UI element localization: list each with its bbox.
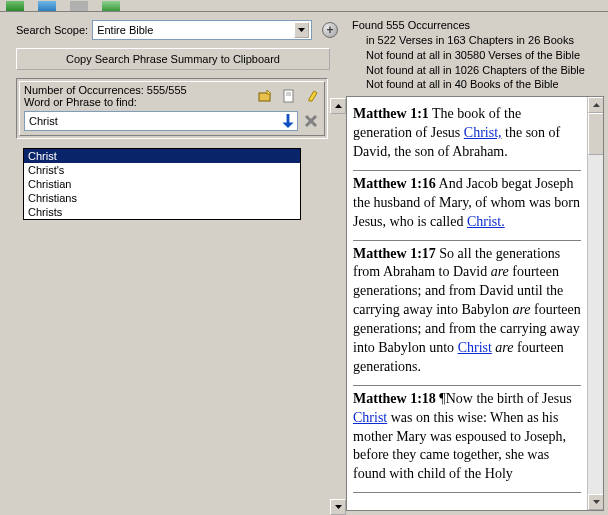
scope-label: Search Scope:: [16, 24, 88, 36]
autocomplete-item[interactable]: Christ's: [24, 163, 300, 177]
scroll-down-button[interactable]: [588, 494, 604, 510]
scroll-up-button[interactable]: [330, 98, 346, 114]
search-value: Christ: [29, 115, 58, 127]
highlighter-icon[interactable]: [306, 89, 320, 103]
autocomplete-item[interactable]: Christian: [24, 177, 300, 191]
autocomplete-list[interactable]: ChristChrist'sChristianChristiansChrists: [23, 148, 301, 220]
toolbar-fragment: [0, 0, 608, 12]
find-label: Word or Phrase to find:: [24, 96, 187, 108]
stats-found: Found 555 Occurrences: [352, 18, 602, 33]
svg-marker-8: [282, 122, 293, 128]
chevron-down-icon[interactable]: [294, 22, 309, 38]
stats-not-verses: Not found at all in 30580 Verses of the …: [352, 48, 602, 63]
results-scrollbar[interactable]: [587, 97, 603, 510]
stats-not-books: Not found at all in 40 Books of the Bibl…: [352, 77, 602, 92]
svg-marker-14: [593, 500, 600, 504]
svg-marker-13: [593, 103, 600, 107]
autocomplete-item[interactable]: Christians: [24, 191, 300, 205]
svg-marker-2: [267, 90, 271, 94]
scope-select[interactable]: Entire Bible: [92, 20, 312, 40]
left-scrollbar[interactable]: [330, 98, 346, 515]
results-panel: Matthew 1:1 The book of the generation o…: [346, 96, 604, 511]
svg-rect-3: [284, 90, 293, 102]
document-icon[interactable]: [282, 89, 296, 103]
copy-summary-button[interactable]: Copy Search Phrase Summary to Clipboard: [16, 48, 330, 70]
toolbar-icon[interactable]: [38, 1, 56, 11]
toolbar-icon[interactable]: [70, 1, 88, 11]
svg-marker-12: [335, 505, 342, 509]
toolbar-icon[interactable]: [102, 1, 120, 11]
verse-result[interactable]: Matthew 1:16 And Jacob begat Joseph the …: [353, 171, 581, 241]
svg-marker-0: [298, 28, 305, 32]
verse-result[interactable]: Matthew 1:18 ¶Now the birth of Jesus Chr…: [353, 386, 581, 493]
verse-result[interactable]: Matthew 1:1 The book of the generation o…: [353, 101, 581, 171]
svg-marker-11: [335, 104, 342, 108]
autocomplete-item[interactable]: Christ: [24, 149, 300, 163]
search-statistics: Found 555 Occurrences in 522 Verses in 1…: [346, 12, 608, 96]
add-scope-button[interactable]: +: [322, 22, 338, 38]
verse-result[interactable]: Matthew 1:17 So all the generations from…: [353, 241, 581, 386]
scroll-up-button[interactable]: [588, 97, 604, 113]
stats-not-chapters: Not found at all in 1026 Chapters of the…: [352, 63, 602, 78]
scroll-thumb[interactable]: [588, 113, 604, 155]
scroll-down-button[interactable]: [330, 499, 346, 515]
autocomplete-item[interactable]: Christs: [24, 205, 300, 219]
clear-search-button[interactable]: [302, 112, 320, 130]
stats-verses: in 522 Verses in 163 Chapters in 26 Book…: [352, 33, 602, 48]
svg-marker-6: [309, 91, 317, 101]
scope-value: Entire Bible: [97, 24, 153, 36]
new-folder-icon[interactable]: [258, 89, 272, 103]
search-panel: Search Scope: Entire Bible + Copy Search…: [0, 12, 346, 515]
occurrence-count: Number of Occurrences: 555/555: [24, 84, 187, 96]
search-input[interactable]: Christ: [24, 111, 298, 131]
toolbar-icon[interactable]: [6, 1, 24, 11]
dropdown-arrow-icon[interactable]: [281, 114, 295, 128]
